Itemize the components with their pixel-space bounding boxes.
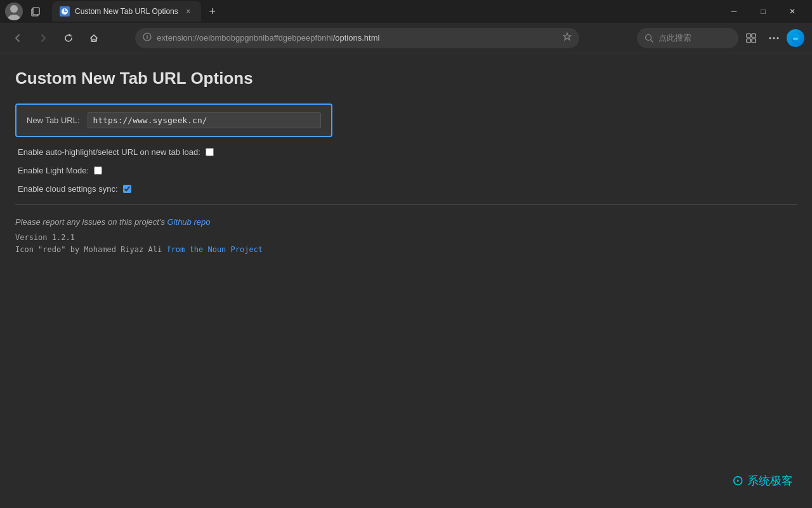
active-tab[interactable]: Custom New Tab URL Options × <box>52 1 201 22</box>
svg-point-0 <box>10 5 18 13</box>
version-number: Version 1.2.1 <box>15 232 797 244</box>
light-mode-label: Enable Light Mode: <box>18 166 89 175</box>
svg-point-18 <box>792 37 798 40</box>
section-divider <box>15 204 797 204</box>
svg-rect-13 <box>747 39 750 43</box>
extensions-button[interactable] <box>741 28 761 48</box>
svg-line-10 <box>650 39 653 42</box>
url-form-container: New Tab URL: <box>15 104 332 137</box>
new-tab-button[interactable]: + <box>204 3 221 20</box>
avatar[interactable] <box>5 3 23 20</box>
more-menu-button[interactable] <box>764 28 784 48</box>
light-mode-row: Enable Light Mode: <box>15 166 797 175</box>
icon-credit-text: Icon "redo" by Mohamed Riyaz Ali <box>15 245 162 254</box>
close-button[interactable]: ✕ <box>778 1 807 22</box>
window-controls: ─ □ ✕ <box>719 1 807 22</box>
tab-copy-button[interactable] <box>27 3 44 20</box>
address-suffix: /options.html <box>333 33 380 43</box>
forward-button[interactable] <box>33 28 53 48</box>
auto-highlight-checkbox[interactable] <box>206 148 214 156</box>
icon-credit: Icon "redo" by Mohamed Riyaz Ali from th… <box>15 244 797 256</box>
sysgeek-text: 系统极客 <box>747 473 793 488</box>
svg-rect-3 <box>33 8 39 15</box>
svg-point-1 <box>8 15 20 20</box>
home-button[interactable] <box>84 28 104 48</box>
back-button[interactable] <box>8 28 28 48</box>
svg-point-7 <box>147 35 148 36</box>
title-bar: Custom New Tab URL Options × + ─ □ ✕ <box>0 0 812 23</box>
cloud-sync-row: Enable cloud settings sync: <box>15 184 797 194</box>
svg-point-15 <box>769 37 771 39</box>
toolbar-right <box>637 28 804 48</box>
address-text: extension://oeibmbobgpgnbnlbaffdgebpeepf… <box>157 33 558 43</box>
search-input[interactable] <box>658 33 722 43</box>
svg-rect-14 <box>752 39 756 43</box>
tab-close-button[interactable]: × <box>183 6 193 17</box>
refresh-button[interactable] <box>58 28 79 48</box>
bookmark-icon[interactable] <box>563 32 572 44</box>
tab-title: Custom New Tab URL Options <box>75 7 178 16</box>
new-tab-url-label: New Tab URL: <box>27 116 80 125</box>
noun-project-link[interactable]: from the Noun Project <box>166 245 263 254</box>
cloud-sync-checkbox[interactable] <box>123 185 131 193</box>
svg-rect-11 <box>747 34 750 37</box>
new-tab-url-input[interactable] <box>88 112 321 128</box>
svg-rect-12 <box>752 34 756 37</box>
address-bar: extension://oeibmbobgpgnbnlbaffdgebpeepf… <box>0 23 812 53</box>
svg-point-16 <box>773 37 775 39</box>
svg-point-17 <box>776 37 778 39</box>
sysgeek-logo-icon: ⊙ <box>732 472 743 489</box>
issue-label: Please report any issues on this project… <box>15 217 165 227</box>
address-prefix: extension://oeibmbobgpgnbnlbaffdgebpeepf… <box>157 33 332 43</box>
browser-chrome: Custom New Tab URL Options × + ─ □ ✕ <box>0 0 812 53</box>
github-link[interactable]: Github repo <box>167 217 211 227</box>
version-block: Version 1.2.1 Icon "redo" by Mohamed Riy… <box>15 232 797 256</box>
auto-highlight-row: Enable auto-highlight/select URL on new … <box>15 147 797 157</box>
issue-text: Please report any issues on this project… <box>15 217 797 227</box>
sysgeek-watermark: ⊙ 系统极客 <box>732 472 793 489</box>
minimize-button[interactable]: ─ <box>719 1 749 22</box>
page-title: Custom New Tab URL Options <box>15 69 797 88</box>
search-box[interactable] <box>637 28 738 48</box>
edge-logo <box>787 29 804 47</box>
info-icon <box>143 32 152 43</box>
light-mode-checkbox[interactable] <box>94 166 102 175</box>
window-controls-left <box>5 3 47 20</box>
maximize-button[interactable]: □ <box>749 1 778 22</box>
address-input-container[interactable]: extension://oeibmbobgpgnbnlbaffdgebpeepf… <box>135 28 579 48</box>
auto-highlight-label: Enable auto-highlight/select URL on new … <box>18 147 200 157</box>
tab-favicon <box>60 6 70 17</box>
page-content: Custom New Tab URL Options New Tab URL: … <box>0 53 812 508</box>
svg-rect-5 <box>93 39 95 41</box>
cloud-sync-label: Enable cloud settings sync: <box>18 184 118 194</box>
